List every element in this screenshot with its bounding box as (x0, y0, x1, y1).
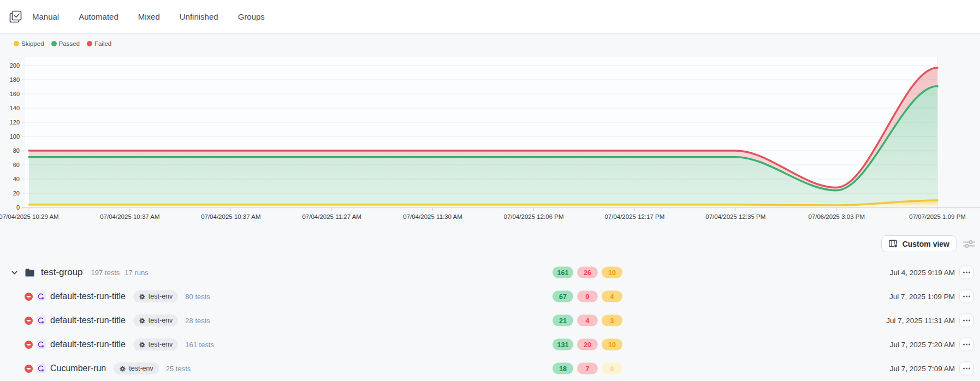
test-run-row[interactable]: default-test-run-title (0, 332, 980, 356)
test-runs-page: Manual Automated Mixed Unfinished Groups… (0, 0, 980, 381)
test-run-icon (37, 364, 46, 373)
x-axis-label: 07/04/2025 11:30 AM (403, 213, 462, 220)
environment-label: test-env (149, 317, 173, 324)
test-results-area-chart: 020406080100120140160180200 07/04/2025 1… (0, 52, 980, 227)
run-date: Jul 7, 2025 7:20 AM (890, 341, 955, 349)
row-menu-button[interactable] (959, 266, 974, 279)
test-run-icon (37, 340, 46, 349)
passed-badge: 21 (553, 315, 573, 326)
skipped-badge: 0 (602, 363, 622, 374)
status-stopped-icon (25, 317, 33, 325)
test-runs-list: test-group 197 tests 17 runs 161 26 10 J… (0, 260, 980, 380)
passed-badge: 161 (553, 267, 573, 278)
y-axis-label: 160 (0, 91, 20, 97)
chart-legend: Skipped Passed Failed (14, 40, 111, 47)
environment-badge[interactable]: test-env (133, 338, 178, 350)
tab-mixed[interactable]: Mixed (138, 12, 160, 21)
run-left: Cucumber-run (25, 362, 191, 374)
legend-item-passed[interactable]: Passed (51, 40, 80, 47)
group-runs-count: 17 runs (124, 269, 148, 277)
custom-view-button[interactable]: Custom view (881, 235, 957, 252)
group-title[interactable]: test-group (41, 267, 83, 278)
x-axis-label: 07/04/2025 10:29 AM (0, 213, 59, 220)
environment-badge[interactable]: test-env (133, 290, 178, 302)
test-run-row[interactable]: default-test-run-title (0, 284, 980, 308)
gear-icon (139, 317, 146, 324)
tab-unfinished[interactable]: Unfinished (180, 12, 218, 21)
chevron-down-icon[interactable] (11, 269, 18, 276)
row-menu-button[interactable] (959, 290, 974, 303)
result-badges: 131 20 10 (553, 339, 622, 350)
y-axis-label: 180 (0, 76, 20, 83)
passed-dot-icon (51, 41, 57, 46)
failed-badge: 26 (577, 267, 598, 278)
run-left: default-test-run-title (25, 338, 214, 350)
run-title[interactable]: Cucumber-run (50, 364, 106, 373)
run-date: Jul 7, 2025 11:31 AM (886, 317, 955, 325)
gear-icon (139, 293, 146, 300)
environment-badge[interactable]: test-env (114, 362, 158, 374)
table-gear-icon (888, 239, 898, 248)
x-axis-label: 07/07/2025 1:09 PM (909, 213, 966, 220)
status-stopped-icon (25, 293, 33, 301)
run-title[interactable]: default-test-run-title (50, 315, 126, 325)
failed-badge: 20 (577, 339, 598, 350)
legend-label: Skipped (21, 40, 44, 47)
passed-badge: 131 (553, 339, 573, 350)
legend-label: Failed (94, 40, 111, 47)
tests-count: 161 tests (185, 341, 214, 349)
x-axis-label: 07/06/2025 3:03 PM (808, 213, 865, 220)
legend-item-failed[interactable]: Failed (87, 40, 111, 47)
passed-badge: 18 (553, 363, 573, 374)
test-run-row[interactable]: default-test-run-title (0, 308, 980, 332)
result-badges: 18 7 0 (553, 363, 622, 374)
status-stopped-icon (25, 341, 33, 349)
failed-badge: 4 (577, 315, 598, 326)
y-axis-label: 140 (0, 105, 20, 111)
result-badges: 21 4 3 (553, 315, 622, 326)
y-axis-label: 80 (0, 147, 20, 154)
test-run-icon (37, 316, 46, 325)
tab-groups[interactable]: Groups (238, 12, 265, 21)
test-group-row[interactable]: test-group 197 tests 17 runs 161 26 10 J… (0, 260, 980, 284)
tab-manual[interactable]: Manual (32, 12, 59, 21)
failed-dot-icon (87, 41, 92, 46)
environment-label: test-env (129, 365, 153, 372)
row-menu-button[interactable] (959, 338, 974, 352)
custom-view-label: Custom view (902, 240, 949, 248)
x-axis-label: 07/04/2025 10:37 AM (201, 213, 260, 220)
environment-badge[interactable]: test-env (133, 314, 178, 326)
y-axis-label: 120 (0, 119, 20, 126)
x-axis-label: 07/04/2025 10:37 AM (100, 213, 159, 220)
result-badges: 161 26 10 (553, 267, 622, 278)
row-menu-button[interactable] (959, 362, 974, 376)
row-menu-button[interactable] (959, 314, 974, 328)
run-title[interactable]: default-test-run-title (50, 291, 126, 301)
passed-badge: 67 (553, 291, 573, 302)
test-run-icon (37, 292, 46, 301)
tests-count: 28 tests (185, 317, 210, 325)
run-left: default-test-run-title (25, 290, 210, 302)
run-date: Jul 7, 2025 7:09 AM (890, 365, 955, 373)
skipped-badge: 4 (602, 291, 622, 302)
run-date: Jul 7, 2025 1:09 PM (889, 293, 955, 301)
tab-bar: Manual Automated Mixed Unfinished Groups (0, 0, 980, 34)
folder-icon (25, 268, 35, 277)
y-axis-label: 200 (0, 62, 20, 69)
environment-label: test-env (149, 293, 173, 300)
legend-item-skipped[interactable]: Skipped (14, 40, 44, 47)
x-axis-label: 07/04/2025 11:27 AM (302, 213, 361, 220)
x-axis-label: 07/04/2025 12:35 PM (705, 213, 765, 220)
environment-label: test-env (149, 341, 173, 348)
tabs: Manual Automated Mixed Unfinished Groups (32, 12, 265, 21)
sliders-icon[interactable] (963, 239, 976, 251)
y-axis-label: 40 (0, 176, 20, 182)
tab-automated[interactable]: Automated (79, 12, 118, 21)
group-tests-count: 197 tests (91, 269, 120, 277)
select-all-icon[interactable] (8, 9, 23, 24)
run-title[interactable]: default-test-run-title (50, 340, 126, 349)
test-run-row[interactable]: Cucumber-run (0, 356, 980, 380)
run-left: default-test-run-title (25, 314, 210, 326)
gear-icon (139, 341, 146, 348)
result-badges: 67 9 4 (553, 291, 622, 302)
